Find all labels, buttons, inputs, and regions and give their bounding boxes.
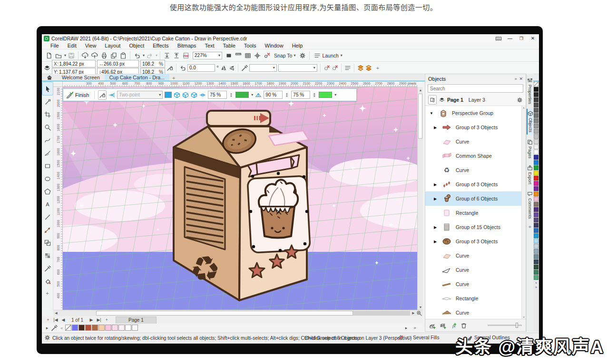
docker-tab-properties[interactable]: Properties <box>527 76 534 106</box>
menu-effects[interactable]: Effects <box>149 43 172 48</box>
palette-color-swatch-27[interactable] <box>534 223 538 228</box>
add-page-before-button[interactable]: + <box>45 317 51 322</box>
zoom-tool[interactable] <box>42 121 53 134</box>
new-layer-icon[interactable] <box>429 322 436 329</box>
doc-color-swatch-5[interactable] <box>98 325 105 331</box>
first-page-button[interactable]: |◀ <box>52 317 59 322</box>
menu-text[interactable]: Text <box>201 43 218 48</box>
palette-color-swatch-21[interactable] <box>534 192 538 196</box>
docker-tab-pages[interactable]: Pages <box>527 137 534 161</box>
stepper-icon[interactable] <box>229 92 234 98</box>
open-button[interactable] <box>54 51 63 60</box>
line-opacity-field[interactable]: 75 % <box>208 91 227 99</box>
dimension-tool[interactable] <box>42 223 53 236</box>
artistic-media-tool[interactable] <box>42 146 53 159</box>
lock-ratio-icon[interactable] <box>166 65 173 71</box>
palette-color-swatch-37[interactable] <box>534 275 538 280</box>
docker-tab-objects[interactable]: Objects <box>527 109 534 134</box>
docker-dock-icon[interactable]: » <box>514 77 516 81</box>
palette-color-swatch-34[interactable] <box>534 259 538 264</box>
palette-color-swatch-29[interactable] <box>534 233 538 238</box>
grid-opacity-field[interactable]: 90 % <box>264 91 283 99</box>
drawing-canvas[interactable]: ♻ <box>63 87 417 310</box>
doc-color-swatch-9[interactable] <box>125 325 131 331</box>
objects-search-input[interactable] <box>428 84 523 93</box>
palette-color-swatch-25[interactable] <box>534 212 538 217</box>
thumbnail-size-slider[interactable] <box>488 325 522 326</box>
add-tool-icon[interactable]: + <box>43 290 51 296</box>
pick-tool[interactable] <box>42 82 53 95</box>
new-document-button[interactable] <box>45 51 53 60</box>
doc-color-swatch-6[interactable] <box>105 325 111 331</box>
alignment-guides-button[interactable] <box>253 51 262 60</box>
palette-color-swatch-4[interactable] <box>534 103 538 107</box>
scroll-left-icon[interactable]: ◀ <box>53 310 59 316</box>
grid-color-swatch[interactable] <box>319 92 332 98</box>
palette-color-swatch-5[interactable] <box>534 108 538 113</box>
mirror-horizontal-button[interactable] <box>220 65 227 71</box>
snap-off-button[interactable] <box>263 51 271 60</box>
redo-button[interactable] <box>146 51 154 60</box>
palette-color-swatch-28[interactable] <box>534 228 538 233</box>
stepper-icon[interactable] <box>312 92 317 98</box>
palette-color-swatch-9[interactable] <box>534 129 538 134</box>
objects-scrollbar[interactable]: ∧∨ <box>521 106 526 319</box>
docker-tab-comments[interactable]: Comments <box>527 189 534 221</box>
palette-color-swatch-33[interactable] <box>534 254 538 259</box>
menu-bitmaps[interactable]: Bitmaps <box>174 43 200 48</box>
rotation-angle-field[interactable] <box>187 64 215 72</box>
object-row[interactable]: Rectangle <box>425 206 526 220</box>
object-row[interactable]: Curve <box>425 263 526 277</box>
zoom-magnifier-icon[interactable] <box>416 310 422 316</box>
palette-color-swatch-35[interactable] <box>534 265 538 269</box>
paste-button[interactable] <box>119 51 127 60</box>
object-row[interactable]: Curve <box>425 306 526 319</box>
wrap-text-button[interactable] <box>344 65 351 71</box>
palette-color-swatch-11[interactable] <box>534 139 538 144</box>
palette-expand-icon[interactable]: » <box>411 326 418 330</box>
show-grid-button[interactable] <box>244 51 252 60</box>
grid-lines-icon[interactable] <box>255 92 262 98</box>
horizontal-ruler[interactable]: 3004005006007008009001000110012001300140… <box>63 81 417 87</box>
object-row[interactable]: ▶Group of 3 Objects <box>425 177 526 192</box>
x-position-field[interactable]: X: <box>52 60 96 67</box>
caret-right-icon[interactable]: ▶ <box>433 239 438 244</box>
projection-lines-icon[interactable] <box>108 92 115 98</box>
crop-tool[interactable] <box>42 108 53 121</box>
palette-color-swatch-0[interactable] <box>534 82 538 86</box>
doc-color-swatch-4[interactable] <box>92 325 98 331</box>
palette-color-swatch-2[interactable] <box>534 92 538 97</box>
outline-width-combo[interactable]: ▾ <box>249 64 277 72</box>
home-tab[interactable] <box>42 74 57 81</box>
ellipse-tool[interactable] <box>42 172 53 185</box>
object-visibility-button[interactable] <box>428 95 437 105</box>
next-page-button[interactable]: ▶ <box>88 317 95 322</box>
full-screen-preview-button[interactable] <box>225 51 233 60</box>
menu-layout[interactable]: Layout <box>101 43 124 48</box>
perspective-type-select[interactable]: Two-point▾ <box>117 91 163 99</box>
caret-down-icon[interactable]: ▼ <box>429 111 434 115</box>
menu-table[interactable]: Table <box>219 43 239 48</box>
new-tab-icon[interactable]: + <box>169 75 178 81</box>
scroll-down-icon[interactable]: ▼ <box>418 304 423 310</box>
palette-scroll-left-icon[interactable]: ◂ <box>58 326 65 330</box>
import-button[interactable] <box>163 51 171 60</box>
last-page-button[interactable]: ▶| <box>96 317 102 322</box>
finish-button[interactable]: Finish <box>75 92 89 98</box>
doc-color-swatch-7[interactable] <box>112 325 118 331</box>
previous-page-button[interactable]: ◀ <box>60 317 67 322</box>
object-row[interactable]: Common Shape <box>425 149 526 163</box>
doc-tab-0[interactable]: Welcome Screen <box>57 74 105 81</box>
customize-plus-icon[interactable]: + <box>373 65 382 71</box>
contour-tool[interactable] <box>42 236 53 249</box>
palette-color-swatch-22[interactable] <box>534 197 538 201</box>
doc-color-swatch-8[interactable] <box>118 325 125 331</box>
polygon-tool[interactable] <box>42 185 53 198</box>
doc-color-swatch-10[interactable] <box>132 325 138 331</box>
cube-right-icon[interactable] <box>191 92 197 98</box>
horizontal-scrollbar[interactable]: ◀ ▶ <box>53 310 423 316</box>
stepper-icon[interactable] <box>284 92 289 98</box>
object-row[interactable]: Curve <box>425 249 526 263</box>
menu-view[interactable]: View <box>81 43 100 48</box>
caret-right-icon[interactable]: ▶ <box>433 225 438 230</box>
